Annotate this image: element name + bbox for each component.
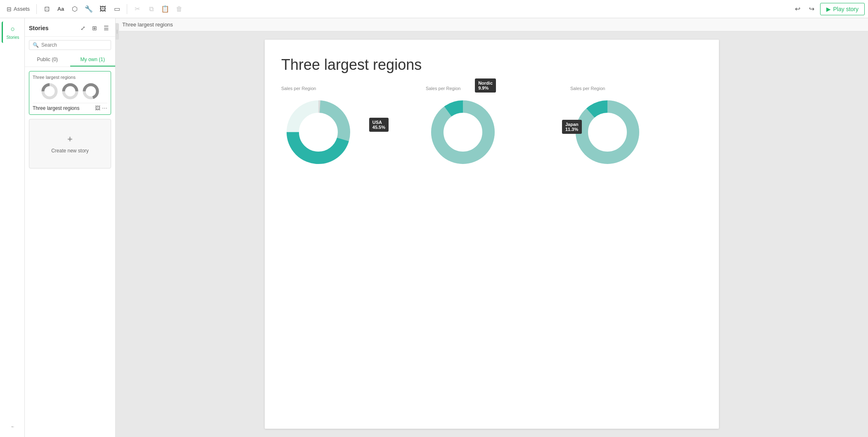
grid-view-btn[interactable]: ⊞	[90, 23, 100, 33]
tooltip-value-2: 9.9%	[478, 86, 493, 90]
story-canvas: Three largest regions Sales per Region	[116, 31, 868, 437]
content-area: Three largest regions │ Three largest re…	[116, 18, 868, 437]
stories-sidebar-label: Stories	[6, 35, 19, 40]
undo-btn[interactable]: ↩	[791, 2, 804, 16]
search-icon: 🔍	[33, 42, 39, 48]
thumb-donut-3	[82, 82, 100, 100]
svg-point-11	[437, 107, 489, 158]
assets-button[interactable]: ⊟ Assets	[3, 2, 33, 16]
chart-usa: Sales per Region	[281, 86, 413, 169]
chart-label-2: Sales per Region	[426, 86, 460, 91]
thumb-donut-2	[61, 82, 79, 100]
sidebar-bottom: ←	[2, 421, 23, 437]
sidebar-item-stories[interactable]: ○ Stories	[2, 21, 23, 43]
delete-btn[interactable]: 🗑	[173, 2, 186, 16]
collapse-btn[interactable]: ←	[2, 421, 23, 432]
icon-sidebar: ○ Stories ←	[0, 18, 25, 437]
chart-label-1: Sales per Region	[281, 86, 316, 91]
story-card-subtitle: Three largest regions	[33, 75, 107, 80]
separator-1	[36, 4, 37, 14]
tooltip-label-1: USA	[372, 120, 385, 125]
donut-wrapper-1: USA 45.5%	[281, 95, 356, 169]
stories-panel: Stories ⤢ ⊞ ☰ 🔍 Public (0) My own (1) Th…	[25, 18, 116, 437]
text-tool-btn[interactable]: Aa	[54, 2, 67, 16]
stories-panel-title: Stories	[29, 25, 48, 31]
search-box: 🔍	[29, 40, 111, 50]
undo-redo-group: ↩ ↪	[791, 2, 818, 16]
chart-japan: Sales per Region Japan	[570, 86, 702, 169]
donut-wrapper-2: Nordic 9.9%	[426, 95, 500, 169]
assets-grid-icon: ⊟	[7, 6, 12, 12]
media-tool-btn[interactable]: ▭	[110, 2, 123, 16]
thumb-donut-1	[40, 82, 59, 100]
tab-public[interactable]: Public (0)	[25, 53, 70, 66]
header-icons: ⤢ ⊞ ☰	[78, 23, 111, 33]
wrench-tool-btn[interactable]: 🔧	[82, 2, 95, 16]
story-card-footer: Three largest regions 🖼 ⋯	[33, 103, 107, 111]
image-tool-btn[interactable]: 🖼	[96, 2, 109, 16]
story-more-btn[interactable]: ⋯	[102, 105, 107, 111]
chart-nordic: Sales per Region Nordic	[426, 86, 558, 169]
paste-btn[interactable]: 📋	[159, 2, 172, 16]
tooltip-label-2: Nordic	[478, 81, 493, 86]
create-new-story-card[interactable]: + Create new story	[29, 119, 111, 169]
layout-tool-btn[interactable]: ⊡	[40, 2, 53, 16]
play-story-button[interactable]: ▶ Play story	[820, 3, 865, 15]
chart-label-3: Sales per Region	[570, 86, 605, 91]
stories-list: Three largest regions	[25, 67, 115, 437]
canvas-content: Three largest regions Sales per Region	[265, 40, 719, 429]
search-input[interactable]	[41, 42, 107, 48]
play-label: Play story	[833, 6, 859, 12]
story-card-three-largest[interactable]: Three largest regions	[29, 71, 111, 115]
breadcrumb: Three largest regions	[116, 18, 868, 31]
canvas-title: Three largest regions	[281, 56, 702, 74]
create-label: Create new story	[51, 148, 89, 154]
separator-2	[127, 4, 127, 14]
stories-panel-header: Stories ⤢ ⊞ ☰	[25, 18, 115, 37]
toolbar: ⊟ Assets ⊡ Aa ⬡ 🔧 🖼 ▭ ✂ ⧉ 📋 🗑 ↩ ↪ ▶ Play…	[0, 0, 868, 18]
story-card-thumbs	[33, 82, 107, 100]
play-icon: ▶	[826, 6, 831, 12]
stories-icon: ○	[11, 25, 15, 33]
tabs-row: Public (0) My own (1)	[25, 53, 115, 67]
toolbar-left: ⊟ Assets ⊡ Aa ⬡ 🔧 🖼 ▭ ✂ ⧉ 📋 🗑	[3, 2, 186, 16]
tab-my-own[interactable]: My own (1)	[70, 53, 116, 66]
story-card-actions: 🖼 ⋯	[95, 105, 107, 111]
charts-row: Sales per Region	[281, 86, 702, 169]
cut-btn[interactable]: ✂	[130, 2, 144, 16]
story-thumbnail-btn[interactable]: 🖼	[95, 105, 100, 111]
expand-view-btn[interactable]: ⤢	[78, 23, 88, 33]
create-plus-icon: +	[67, 134, 73, 145]
tooltip-usa: USA 45.5%	[369, 118, 389, 132]
tooltip-value-1: 45.5%	[372, 125, 385, 130]
donut-wrapper-3: Japan 11.3%	[570, 95, 645, 169]
tooltip-nordic: Nordic 9.9%	[475, 78, 496, 93]
redo-btn[interactable]: ↪	[805, 2, 818, 16]
story-card-name: Three largest regions	[33, 105, 79, 111]
list-view-btn[interactable]: ☰	[101, 23, 111, 33]
svg-point-14	[582, 107, 633, 158]
collapse-icon: ←	[11, 424, 15, 429]
shapes-tool-btn[interactable]: ⬡	[68, 2, 81, 16]
assets-label: Assets	[14, 6, 30, 12]
collapse-handle-icon: │	[116, 30, 119, 33]
copy-btn[interactable]: ⧉	[145, 2, 158, 16]
collapse-handle[interactable]: │	[116, 23, 119, 40]
main-layout: ○ Stories ← Stories ⤢ ⊞ ☰ 🔍 Public (0) M…	[0, 18, 868, 437]
